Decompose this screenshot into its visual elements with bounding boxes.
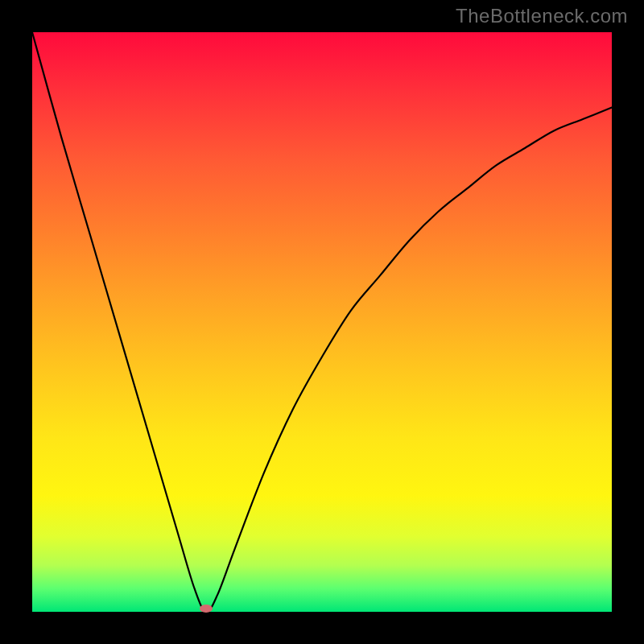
bottleneck-curve <box>32 32 612 612</box>
watermark-text: TheBottleneck.com <box>456 5 628 27</box>
plot-area <box>32 32 612 612</box>
curve-layer <box>32 32 612 612</box>
chart-frame: TheBottleneck.com <box>0 0 644 644</box>
minimum-point <box>200 605 213 613</box>
